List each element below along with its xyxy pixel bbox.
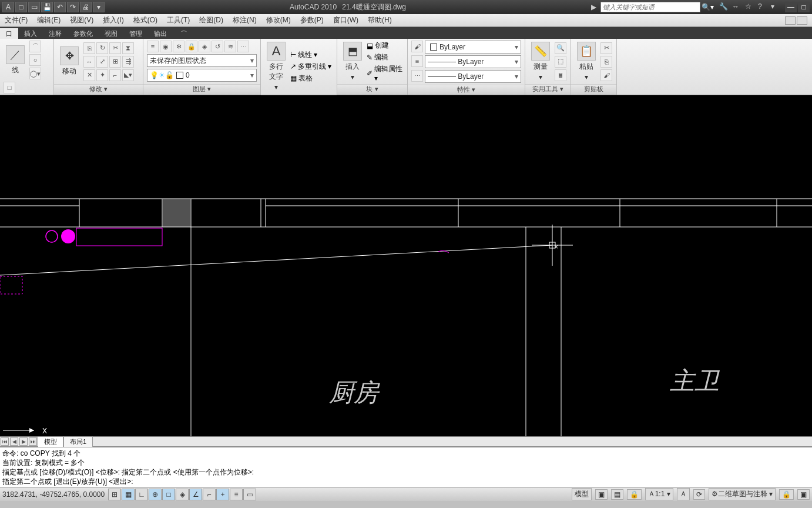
panel-layers-label[interactable]: 图层 ▾ [143, 84, 260, 95]
menu-edit[interactable]: 编辑(E) [37, 15, 61, 25]
menu-view[interactable]: 视图(V) [70, 15, 93, 25]
quickview-drawings-icon[interactable]: ▤ [611, 489, 623, 500]
mleader-button[interactable]: ↗多重引线 ▾ [290, 62, 331, 72]
redo-icon[interactable]: ↷ [67, 2, 79, 12]
panel-modify-label[interactable]: 修改 ▾ [54, 84, 143, 95]
search-binoculars-icon[interactable]: 🔍▾ [702, 3, 714, 11]
new-icon[interactable]: □ [15, 2, 27, 12]
rotate-icon[interactable]: ↻ [96, 42, 108, 54]
hardware-accel-icon[interactable]: ▣ [797, 489, 810, 500]
match-prop-icon[interactable]: 🖌 [411, 41, 423, 52]
menu-insert[interactable]: 插入(I) [103, 15, 123, 25]
panel-clipboard-label[interactable]: 剪贴板 [571, 84, 616, 95]
annotation-autoscale-icon[interactable]: ⟳ [693, 489, 705, 500]
mirror-icon[interactable]: ⧗ [122, 42, 134, 54]
doc-minimize-button[interactable] [785, 16, 796, 25]
dyn-toggle[interactable]: + [216, 489, 229, 500]
menu-help[interactable]: 帮助(H) [368, 15, 392, 25]
layer-freeze-icon[interactable]: ❄ [173, 41, 184, 52]
help-dropdown-icon[interactable]: ▾ [771, 2, 780, 12]
panel-block-label[interactable]: 块 ▾ [337, 84, 407, 95]
quickcalc-icon[interactable]: 🖩 [555, 69, 566, 81]
lineweight-combo[interactable]: ———— ByLayer▾ [425, 55, 521, 68]
doc-restore-button[interactable] [797, 16, 807, 25]
menu-file[interactable]: 文件(F) [5, 15, 28, 25]
stretch-icon[interactable]: ↔ [83, 56, 95, 68]
help-icon[interactable]: ? [758, 2, 767, 12]
app-menu-button[interactable]: A [2, 2, 14, 12]
menu-format[interactable]: 格式(O) [133, 15, 157, 25]
quickselect-icon[interactable]: 🔍 [555, 42, 566, 54]
tab-manage[interactable]: 管理 [123, 28, 148, 39]
layer-lock-icon[interactable]: 🔒 [186, 41, 197, 52]
menu-dimension[interactable]: 标注(N) [233, 15, 257, 25]
measure-button[interactable]: 📏测量▾ [529, 41, 552, 82]
matchprop-icon[interactable]: 🖌 [600, 69, 612, 81]
block-editattr-button[interactable]: ✐编辑属性 ▾ [367, 64, 404, 82]
layer-off-icon[interactable]: ◉ [160, 41, 172, 52]
star-icon[interactable]: ☆ [745, 2, 754, 12]
menu-window[interactable]: 窗口(W) [333, 15, 358, 25]
tab-output[interactable]: 输出 [148, 28, 173, 39]
mtext-button[interactable]: A多行 文字▾ [264, 41, 288, 92]
linetype-icon[interactable]: ⋯ [411, 70, 423, 82]
key-icon[interactable]: 🔧 [719, 2, 729, 12]
modelspace-button[interactable]: 模型 [572, 488, 592, 500]
array-icon[interactable]: ⊞ [109, 56, 121, 68]
insert-block-button[interactable]: ⬒插入▾ [341, 41, 364, 82]
workspace-switching[interactable]: ⚙二维草图与注释 ▾ [709, 488, 776, 500]
chamfer-icon[interactable]: ◣▾ [122, 69, 134, 81]
arc-icon[interactable]: ⌒ [29, 41, 41, 52]
tab-insert[interactable]: 插入 [18, 28, 43, 39]
open-icon[interactable]: ▭ [28, 2, 40, 12]
block-create-button[interactable]: ⬓创建 [367, 41, 404, 51]
undo-icon[interactable]: ↶ [54, 2, 66, 12]
tab-next-icon[interactable]: ▶ [19, 437, 28, 446]
tab-prev-icon[interactable]: ◀ [10, 437, 18, 446]
paste-button[interactable]: 📋粘贴▾ [575, 41, 598, 82]
tab-last-icon[interactable]: ⏭ [29, 437, 37, 446]
osnap-toggle[interactable]: □ [162, 489, 175, 500]
lineweight-icon[interactable]: ≡ [411, 55, 423, 67]
color-combo[interactable]: ByLayer▾ [425, 41, 521, 54]
table-button[interactable]: ▦表格 [290, 73, 331, 83]
cut-icon[interactable]: ✂ [600, 42, 612, 54]
menu-tools[interactable]: 工具(T) [167, 15, 190, 25]
annotation-scale[interactable]: Ａ1:1 ▾ [645, 488, 673, 500]
panel-properties-label[interactable]: 特性 ▾ [408, 85, 525, 95]
explode-icon[interactable]: ✦ [96, 69, 108, 81]
layer-match-icon[interactable]: ≋ [224, 41, 236, 52]
otrack-toggle[interactable]: ∠ [189, 489, 202, 500]
trim-icon[interactable]: ✂ [109, 42, 121, 54]
lwt-toggle[interactable]: ≡ [230, 489, 243, 500]
erase-icon[interactable]: ✕ [83, 69, 95, 81]
block-edit-button[interactable]: ✎编辑 [367, 52, 404, 62]
tab-model[interactable]: 模型 [38, 436, 63, 447]
tab-annotate[interactable]: 注释 [43, 28, 68, 39]
layer-current-combo[interactable]: 💡☀🔓0▾ [147, 69, 257, 82]
fillet-icon[interactable]: ⌐ [109, 69, 121, 81]
layer-prev-icon[interactable]: ↺ [212, 41, 223, 52]
polar-toggle[interactable]: ⊕ [149, 489, 162, 500]
coords-display[interactable]: 3182.4731, -49752.4765, 0.0000 [2, 490, 108, 499]
layer-state-combo[interactable]: 未保存的图层状态▾ [147, 54, 257, 67]
linetype-combo[interactable]: ———— ByLayer▾ [425, 70, 521, 83]
panel-utilities-label[interactable]: 实用工具 ▾ [525, 84, 571, 95]
qat-dropdown-icon[interactable]: ▾ [93, 2, 105, 12]
line-button[interactable]: ／线 [4, 44, 27, 76]
menu-draw[interactable]: 绘图(D) [199, 15, 223, 25]
grid-toggle[interactable]: ▦ [122, 489, 135, 500]
toolbar-lock-icon[interactable]: 🔒 [779, 489, 794, 500]
save-icon[interactable]: 💾 [41, 2, 53, 12]
ellipse-icon[interactable]: ◯▾ [29, 68, 41, 79]
annotation-visibility-icon[interactable]: Ａ [677, 488, 690, 500]
maximize-button[interactable]: □ [798, 2, 810, 12]
qp-toggle[interactable]: ▭ [243, 489, 256, 500]
circle-icon[interactable]: ○ [29, 54, 41, 66]
dim-linear-button[interactable]: ⊢线性 ▾ [290, 50, 331, 60]
tab-parametric[interactable]: 参数化 [68, 28, 99, 39]
layer-iso-icon[interactable]: ◈ [199, 41, 210, 52]
copy-icon[interactable]: ⎘ [83, 42, 95, 54]
snap-toggle[interactable]: ⊞ [108, 489, 121, 500]
menu-modify[interactable]: 修改(M) [266, 15, 291, 25]
